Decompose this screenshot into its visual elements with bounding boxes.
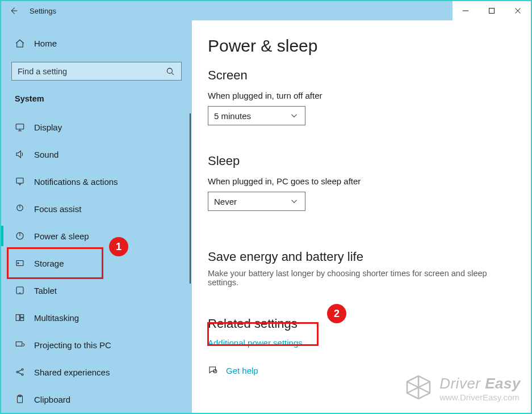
- sidebar-item-shared-experiences[interactable]: Shared experiences: [1, 358, 192, 386]
- sleep-select[interactable]: Never: [208, 192, 305, 211]
- svg-point-12: [16, 371, 18, 373]
- window-controls: [453, 1, 531, 20]
- search-icon: [165, 66, 175, 77]
- sidebar-item-label: Sound: [34, 150, 58, 159]
- get-help-icon: [208, 365, 218, 375]
- sidebar-item-label: Multitasking: [34, 313, 79, 323]
- sidebar-item-label: Notifications & actions: [34, 177, 118, 187]
- close-icon: [513, 6, 523, 16]
- svg-rect-0: [489, 9, 495, 14]
- notifications-icon: [15, 176, 25, 187]
- svg-point-1: [167, 68, 172, 73]
- clipboard-icon: [15, 394, 25, 404]
- sidebar: Home System Display Sound: [1, 20, 192, 413]
- sidebar-item-label: Power & sleep: [34, 231, 89, 241]
- save-energy-text: Make your battery last longer by choosin…: [208, 269, 515, 287]
- settings-window: Settings Home: [0, 0, 532, 414]
- screen-turnoff-label: When plugged in, turn off after: [208, 91, 515, 100]
- svg-rect-3: [16, 178, 23, 183]
- sidebar-item-label: Clipboard: [34, 395, 70, 404]
- sound-icon: [15, 149, 25, 159]
- sidebar-item-clipboard[interactable]: Clipboard: [1, 386, 192, 413]
- home-label: Home: [34, 39, 57, 48]
- home-icon: [15, 39, 25, 49]
- save-energy-heading: Save energy and battery life: [208, 250, 515, 264]
- maximize-icon: [487, 6, 497, 16]
- content-area: Power & sleep Screen When plugged in, tu…: [192, 20, 531, 413]
- sidebar-item-sound[interactable]: Sound: [1, 141, 192, 168]
- power-sleep-icon: [15, 231, 25, 241]
- app-body: Home System Display Sound: [1, 20, 531, 413]
- sidebar-item-label: Shared experiences: [34, 367, 110, 377]
- tablet-icon: [15, 285, 25, 295]
- sidebar-item-notifications[interactable]: Notifications & actions: [1, 168, 192, 195]
- titlebar: Settings: [1, 1, 531, 20]
- svg-rect-10: [20, 318, 24, 321]
- sidebar-item-multitasking[interactable]: Multitasking: [1, 304, 192, 331]
- sidebar-item-label: Display: [34, 122, 62, 132]
- display-icon: [15, 122, 25, 132]
- svg-point-14: [22, 374, 23, 375]
- category-header: System: [1, 81, 192, 105]
- multitasking-icon: [15, 312, 25, 323]
- svg-rect-11: [16, 342, 22, 347]
- chevron-down-icon: [289, 196, 299, 206]
- chevron-down-icon: [289, 111, 299, 121]
- sidebar-item-label: Projecting to this PC: [34, 340, 111, 350]
- get-help-link[interactable]: Get help: [226, 366, 258, 375]
- screen-turnoff-select[interactable]: 5 minutes: [208, 106, 305, 125]
- sidebar-item-power-sleep[interactable]: Power & sleep: [1, 222, 192, 250]
- sidebar-item-tablet[interactable]: Tablet: [1, 277, 192, 304]
- minimize-button[interactable]: [453, 1, 479, 20]
- nav-list: Display Sound Notifications & actions Fo…: [1, 113, 192, 413]
- sidebar-item-label: Tablet: [34, 286, 57, 295]
- sidebar-item-label: Storage: [34, 259, 64, 268]
- sleep-heading: Sleep: [208, 154, 515, 168]
- minimize-icon: [460, 6, 471, 16]
- sleep-value: Never: [214, 197, 237, 206]
- sidebar-item-label: Focus assist: [34, 204, 81, 214]
- window-title: Settings: [26, 7, 56, 15]
- storage-icon: [15, 258, 25, 268]
- sidebar-item-display[interactable]: Display: [1, 113, 192, 141]
- svg-point-6: [18, 263, 19, 264]
- sidebar-item-focus-assist[interactable]: Focus assist: [1, 195, 192, 222]
- sidebar-item-storage[interactable]: Storage: [1, 250, 192, 277]
- close-button[interactable]: [505, 1, 531, 20]
- get-help-row[interactable]: Get help: [208, 365, 515, 375]
- search-input[interactable]: [18, 67, 165, 76]
- sleep-label: When plugged in, PC goes to sleep after: [208, 176, 515, 186]
- back-button[interactable]: [1, 1, 26, 20]
- sidebar-item-projecting[interactable]: Projecting to this PC: [1, 331, 192, 358]
- screen-heading: Screen: [208, 68, 515, 83]
- maximize-button[interactable]: [479, 1, 505, 20]
- search-box[interactable]: [11, 62, 182, 81]
- svg-point-13: [22, 369, 23, 370]
- focus-assist-icon: [15, 204, 25, 214]
- home-nav[interactable]: Home: [1, 33, 192, 54]
- page-title: Power & sleep: [208, 36, 515, 56]
- svg-rect-9: [20, 315, 24, 318]
- related-heading: Related settings: [208, 316, 515, 331]
- additional-power-settings-link[interactable]: Additional power settings: [208, 338, 303, 348]
- shared-exp-icon: [15, 367, 25, 377]
- svg-rect-2: [16, 124, 24, 129]
- arrow-left-icon: [9, 6, 19, 16]
- screen-turnoff-value: 5 minutes: [214, 111, 251, 121]
- projecting-icon: [15, 340, 25, 350]
- svg-rect-8: [16, 315, 19, 321]
